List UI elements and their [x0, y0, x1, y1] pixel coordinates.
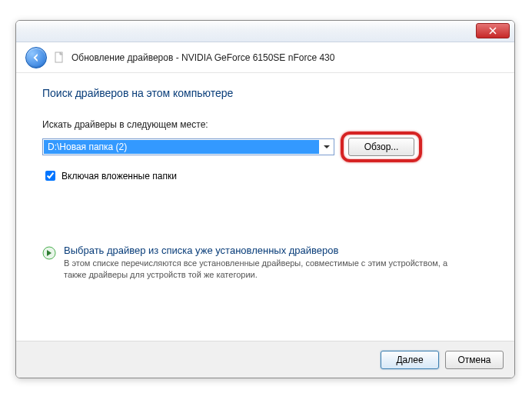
combobox-arrow[interactable] [320, 144, 334, 150]
header-row: Обновление драйверов - NVIDIA GeForce 61… [16, 42, 514, 73]
path-row: D:\Новая папка (2) Обзор... [42, 133, 488, 161]
close-button[interactable] [476, 23, 510, 38]
arrow-right-icon [42, 246, 56, 260]
page-heading: Поиск драйверов на этом компьютере [42, 87, 488, 99]
next-button[interactable]: Далее [381, 351, 439, 369]
option-text: Выбрать драйвер из списка уже установлен… [64, 245, 456, 281]
option-description: В этом списке перечисляются все установл… [64, 258, 456, 281]
dialog-footer: Далее Отмена [16, 341, 514, 378]
cancel-button[interactable]: Отмена [445, 351, 504, 369]
window-title: Обновление драйверов - NVIDIA GeForce 61… [71, 52, 334, 63]
option-title: Выбрать драйвер из списка уже установлен… [64, 245, 456, 256]
path-value: D:\Новая папка (2) [44, 140, 319, 154]
path-label: Искать драйверы в следующем месте: [42, 119, 488, 130]
include-subfolders-label: Включая вложенные папки [62, 171, 177, 182]
path-combobox[interactable]: D:\Новая папка (2) [42, 138, 334, 155]
annotation-ring [341, 132, 422, 162]
subfolders-row: Включая вложенные папки [42, 168, 488, 183]
document-icon [53, 52, 65, 64]
include-subfolders-checkbox[interactable] [45, 171, 55, 181]
browse-highlight: Обзор... [342, 133, 421, 161]
titlebar [16, 21, 514, 42]
close-icon [489, 27, 497, 35]
dialog-window: Обновление драйверов - NVIDIA GeForce 61… [15, 20, 515, 378]
chevron-down-icon [324, 144, 330, 150]
content-area: Поиск драйверов на этом компьютере Искат… [16, 73, 514, 341]
arrow-left-icon [31, 52, 42, 63]
back-button[interactable] [25, 47, 47, 68]
pick-from-list-option[interactable]: Выбрать драйвер из списка уже установлен… [42, 245, 488, 281]
